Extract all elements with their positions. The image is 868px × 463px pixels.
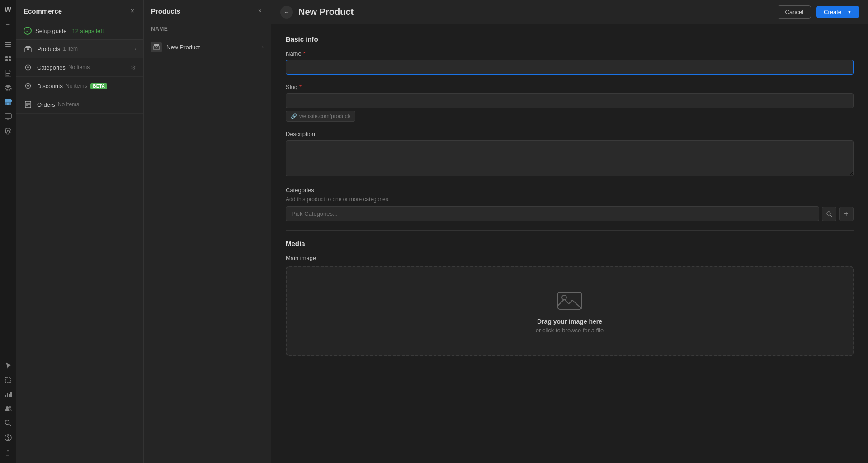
main-header: ← New Product Cancel Create ▼ [271,0,868,24]
products-label: Products [37,46,60,52]
sidebar-item-orders[interactable]: Orders No items [16,95,143,114]
create-arrow-icon[interactable]: ▼ [844,9,852,14]
slug-input[interactable] [286,93,854,108]
svg-rect-12 [5,377,11,383]
section-divider [286,230,854,231]
sidebar-item-categories[interactable]: Categories No items ⚙ [16,58,143,77]
rail-icon-search[interactable] [2,417,14,430]
plus-icon: + [844,210,848,218]
orders-label: Orders [37,101,55,108]
rail-icon-pages[interactable] [2,38,14,51]
svg-rect-8 [6,75,9,76]
categories-search-button[interactable] [822,207,836,221]
rail-icon-monitor[interactable] [2,110,14,123]
sidebar-header: Ecommerce × [16,0,143,22]
form-area: Basic info Name * Slug * 🔗 website.com/p… [271,24,868,463]
svg-point-26 [28,70,28,71]
svg-point-28 [28,83,28,84]
url-hint: 🔗 website.com/product/ [286,111,355,122]
svg-point-29 [30,85,31,86]
main-image-label: Main image [286,255,854,261]
name-input[interactable] [286,60,854,75]
main-title: New Product [298,7,772,17]
create-label: Create [824,9,841,15]
rail-icon-users[interactable] [2,402,14,415]
product-item-icon [151,42,162,52]
svg-rect-1 [5,44,11,45]
setup-guide-item[interactable]: ✓ Setup guide 12 steps left [16,22,143,40]
setup-guide-check-icon: ✓ [24,27,32,35]
link-icon: 🔗 [291,113,297,119]
sidebar-item-products[interactable]: Products 1 item › [16,40,143,58]
rail-icon-add[interactable]: ＋ [2,18,14,31]
slug-required-star: * [299,84,302,90]
products-panel-close-button[interactable]: × [256,6,264,15]
basic-info-title: Basic info [286,35,854,43]
svg-line-39 [830,215,832,217]
svg-rect-15 [9,394,10,397]
slug-label: Slug * [286,84,854,90]
description-textarea[interactable] [286,140,854,176]
product-item-new-product[interactable]: New Product › [144,36,271,58]
description-field-group: Description [286,131,854,178]
ecommerce-sidebar: Ecommerce × ✓ Setup guide 12 steps left … [16,0,144,463]
main-content: ← New Product Cancel Create ▼ Basic info… [271,0,868,463]
drop-zone-text: Drag your image here [537,318,602,325]
rail-icon-layers[interactable] [2,81,14,94]
sidebar-item-discounts[interactable]: Discounts No items BETA [16,77,143,95]
rail-icon-doc[interactable] [2,67,14,80]
categories-add-button[interactable]: + [839,207,854,221]
back-button[interactable]: ← [280,6,293,19]
media-title: Media [286,240,854,247]
products-panel: Products × Name New Product › [144,0,271,463]
rail-icon-store[interactable] [2,96,14,109]
setup-guide-label: Setup guide [35,28,66,34]
sidebar-title: Ecommerce [24,7,62,15]
svg-point-25 [30,67,31,68]
svg-point-22 [8,439,8,439]
sidebar-close-button[interactable]: × [129,6,136,15]
svg-point-27 [25,67,26,68]
image-drop-zone[interactable]: Drag your image here or click to browse … [286,266,854,356]
svg-point-24 [28,65,28,66]
rail-icon-select[interactable] [2,373,14,386]
categories-description: Add this product to one or more categori… [286,196,854,203]
product-item-chevron-icon: › [262,44,264,50]
media-section: Media Main image Drag your image here or… [286,240,854,356]
rail-icon-grid[interactable] [2,52,14,65]
svg-rect-6 [9,59,11,61]
svg-rect-16 [10,392,12,397]
rail-icon-cursor[interactable] [2,359,14,372]
categories-label: Categories [37,64,66,71]
create-button[interactable]: Create ▼ [816,6,859,18]
image-placeholder-icon [556,288,583,312]
categories-input[interactable] [286,206,819,221]
products-icon [24,44,33,53]
categories-input-row: + [286,206,854,221]
svg-rect-13 [5,395,6,397]
brand-logo: W [2,4,14,16]
svg-rect-10 [5,114,11,118]
products-chevron-icon: › [134,46,136,52]
svg-rect-4 [9,56,11,58]
products-count: 1 item [63,46,78,52]
products-panel-header: Products × [144,0,271,22]
svg-line-20 [9,424,11,426]
cancel-button[interactable]: Cancel [778,5,811,19]
svg-rect-9 [7,103,9,105]
slug-field-group: Slug * 🔗 website.com/product/ [286,84,854,122]
categories-gear-icon[interactable]: ⚙ [131,64,136,71]
name-field-group: Name * [286,50,854,75]
drop-zone-subtext: or click to browse for a file [536,327,604,334]
discounts-count: No items [66,83,87,89]
rail-icon-settings[interactable] [2,125,14,137]
name-required-star: * [303,50,306,57]
svg-rect-0 [5,42,11,43]
rail-icon-analytics[interactable] [2,388,14,401]
product-item-name: New Product [166,44,262,51]
icon-rail: W ＋ Ea [0,0,16,463]
svg-point-38 [827,212,830,215]
url-hint-text: website.com/product/ [299,113,350,119]
rail-icon-help[interactable] [2,431,14,444]
orders-icon [24,100,33,109]
